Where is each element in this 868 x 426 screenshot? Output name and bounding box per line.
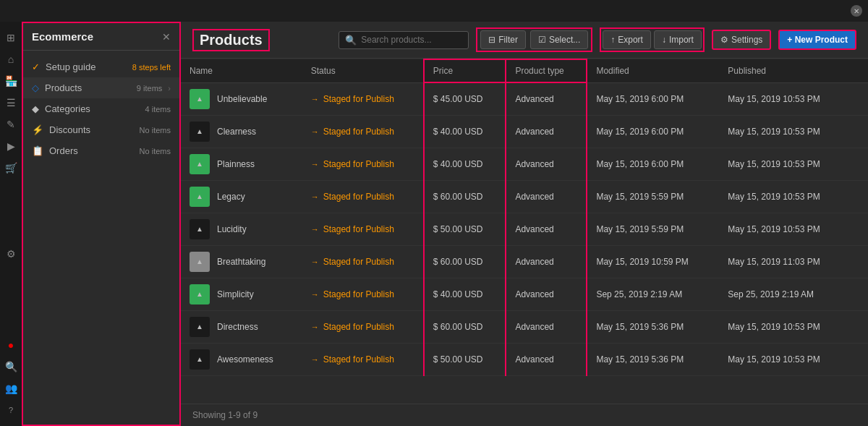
rail-media-icon[interactable]: ▶ [1,136,21,156]
rail-help-icon[interactable]: ? [1,400,21,420]
col-extra-header [851,59,868,82]
rail-grid-icon[interactable]: ⊞ [1,27,21,48]
discounts-count: No items [140,126,171,135]
cell-product-type: Advanced [506,148,587,180]
settings-button[interactable]: ⚙ Settings [712,30,771,50]
cell-modified: May 15, 2019 6:00 PM [587,82,719,115]
cell-product-type: Advanced [506,180,587,213]
cell-product-type: Advanced [506,245,587,278]
product-thumbnail: ▲ [190,154,210,174]
products-arrow-icon: › [168,84,171,93]
product-thumbnail: ▲ [190,187,210,207]
sidebar-close-button[interactable]: ✕ [162,31,171,43]
product-name: Awesomeness [217,354,273,365]
cell-price: $ 50.00 USD [424,213,506,245]
sidebar-item-products[interactable]: ◇ Products 9 items › [23,77,179,98]
status-arrow-icon: → [311,95,319,103]
table-row[interactable]: ▲ Lucidity → Staged for Publish $ 50.00 … [181,213,868,245]
col-name-header: Name [181,59,302,82]
cell-name: ▲ Awesomeness [181,343,302,375]
rail-ecommerce-icon[interactable]: 🛒 [1,158,21,178]
search-input[interactable] [361,35,462,45]
cell-status: → Staged for Publish [302,115,424,148]
sidebar-item-categories[interactable]: ◆ Categories 4 items [23,98,179,119]
rail-alert-icon[interactable]: ● [1,335,21,355]
export-button[interactable]: ↑ Export [603,30,651,49]
cell-published: May 15, 2019 10:53 PM [719,180,851,213]
sidebar-item-orders[interactable]: 📋 Orders No items [23,140,179,161]
rail-pages-icon[interactable]: ☰ [1,93,21,113]
status-arrow-icon: → [311,225,319,234]
window-close-button[interactable]: ✕ [851,5,862,17]
sidebar-item-setup-guide[interactable]: ✓ Setup guide 8 steps left [23,56,179,77]
page-title: Products [192,29,270,51]
export-import-toolbar: ↑ Export ↓ Import [600,27,705,52]
product-name: Directness [217,322,258,332]
new-product-button[interactable]: + New Product [778,30,856,50]
cell-extra [851,148,868,180]
cell-name: ▲ Legacy [181,180,302,213]
export-label: Export [618,35,643,45]
filter-button[interactable]: ⊟ Filter [480,30,526,49]
sidebar-header: Ecommerce ✕ [23,23,179,51]
cell-product-type: Advanced [506,310,587,343]
col-price-header: Price [424,59,506,82]
status-arrow-icon: → [311,160,319,169]
rail-home-icon[interactable]: ⌂ [1,49,21,69]
table-row[interactable]: ▲ Directness → Staged for Publish $ 60.0… [181,310,868,343]
product-name: Plainness [217,159,255,169]
product-name: Clearness [217,127,256,137]
select-button[interactable]: ☑ Select... [530,30,588,49]
sidebar-item-discounts[interactable]: ⚡ Discounts No items [23,119,179,140]
cell-status: → Staged for Publish [302,343,424,375]
filter-label: Filter [498,35,518,45]
cell-extra [851,278,868,310]
status-label: Staged for Publish [323,224,394,234]
cell-name: ▲ Plainness [181,148,302,180]
filter-icon: ⊟ [488,35,495,45]
product-name: Legacy [217,192,245,202]
cell-price: $ 45.00 USD [424,82,506,115]
cell-extra [851,180,868,213]
cell-extra [851,245,868,278]
cell-status: → Staged for Publish [302,180,424,213]
select-label: Select... [549,35,580,45]
cell-published: May 15, 2019 10:53 PM [719,213,851,245]
rail-search-icon[interactable]: 🔍 [1,357,21,377]
product-thumbnail: ▲ [190,252,210,272]
cell-price: $ 40.00 USD [424,278,506,310]
products-count: 9 items [137,84,162,93]
table-row[interactable]: ▲ Simplicity → Staged for Publish $ 40.0… [181,278,868,310]
categories-count: 4 items [145,105,171,114]
rail-store-icon[interactable]: 🏪 [1,71,21,91]
cell-published: May 15, 2019 10:53 PM [719,310,851,343]
rail-blog-icon[interactable]: ✎ [1,114,21,135]
filter-select-toolbar: ⊟ Filter ☑ Select... [476,27,592,52]
table-row[interactable]: ▲ Plainness → Staged for Publish $ 40.00… [181,148,868,180]
rail-people-icon[interactable]: 👥 [1,378,21,399]
product-name: Simplicity [217,289,254,299]
cell-extra [851,213,868,245]
table-row[interactable]: ▲ Unbelievable → Staged for Publish $ 45… [181,82,868,115]
icon-rail: ⊞ ⌂ 🏪 ☰ ✎ ▶ 🛒 ⚙ ● 🔍 👥 ? [0,22,22,426]
cell-modified: May 15, 2019 5:36 PM [587,310,719,343]
new-product-label: + New Product [787,35,848,45]
sidebar-title: Ecommerce [32,30,93,43]
orders-count: No items [140,147,171,156]
cell-product-type: Advanced [506,278,587,310]
status-label: Staged for Publish [323,322,394,332]
status-label: Staged for Publish [323,257,394,267]
rail-settings-icon[interactable]: ⚙ [1,244,21,264]
import-button[interactable]: ↓ Import [654,30,702,49]
table-row[interactable]: ▲ Legacy → Staged for Publish $ 60.00 US… [181,180,868,213]
status-label: Staged for Publish [323,289,394,299]
cell-modified: Sep 25, 2019 2:19 AM [587,278,719,310]
table-row[interactable]: ▲ Breathtaking → Staged for Publish $ 60… [181,245,868,278]
cell-status: → Staged for Publish [302,213,424,245]
cell-product-type: Advanced [506,213,587,245]
status-arrow-icon: → [311,192,319,201]
table-row[interactable]: ▲ Awesomeness → Staged for Publish $ 50.… [181,343,868,375]
table-row[interactable]: ▲ Clearness → Staged for Publish $ 40.00… [181,115,868,148]
search-box[interactable]: 🔍 [339,31,469,49]
product-thumbnail: ▲ [190,219,210,239]
